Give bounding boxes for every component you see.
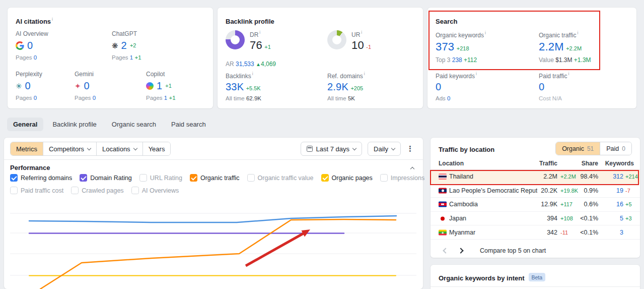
location-table-header: Location Traffic Share Keywords — [431, 160, 640, 169]
col-traffic[interactable]: Traffic — [539, 160, 557, 167]
collapse-chevron-icon[interactable] — [410, 167, 414, 171]
organic-paid-toggle: Organic51 Paid0 — [555, 142, 632, 155]
metric-url-rating[interactable]: URL Rating — [139, 174, 182, 182]
metric-referring-domains[interactable]: Referring domains — [10, 174, 72, 182]
competitors-label: Competitors — [49, 145, 84, 153]
ai-item-value: 0 — [27, 40, 33, 51]
granularity-button[interactable]: Daily — [368, 142, 401, 156]
section-tabs: General Backlink profile Organic search … — [7, 118, 212, 131]
ai-citations-card: AI citationsi AI Overview 0 Pages 0 Chat… — [8, 8, 213, 108]
organic-traffic-value[interactable]: 2.2M — [539, 40, 564, 53]
date-range-button[interactable]: Last 7 days — [301, 142, 363, 156]
tab-paid-search[interactable]: Paid search — [165, 118, 212, 131]
up-triangle-icon: ▲ — [256, 62, 261, 67]
metric-crawled-pages[interactable]: Crawled pages — [71, 187, 123, 194]
pages-label: Pages — [112, 54, 128, 61]
metric-organic-traffic-value[interactable]: Organic traffic value — [247, 174, 314, 182]
cambodia-flag-icon — [439, 202, 447, 207]
ai-item-value: 1 — [157, 80, 162, 92]
pages-value[interactable]: 0 — [93, 95, 96, 101]
location-row-laos[interactable]: Lao People's Democratic Reput 20.2K +19.… — [431, 184, 640, 198]
ai-item-delta: +1 — [165, 83, 172, 89]
metric-impressions[interactable]: Impressions — [380, 174, 424, 182]
metric-domain-rating[interactable]: Domain Rating — [80, 174, 132, 182]
pages-value[interactable]: 0 — [34, 95, 37, 101]
locations-segment[interactable]: Locations — [96, 142, 142, 155]
prev-page-icon[interactable] — [443, 248, 448, 253]
pages-label: Pages — [75, 95, 91, 101]
keywords-by-intent-card: Organic keywords by intentBeta — [431, 265, 640, 289]
alltime-value: 5K — [348, 95, 355, 101]
tab-organic-search[interactable]: Organic search — [106, 118, 162, 131]
annotation-arrow — [246, 233, 304, 266]
ai-citations-title: AI citations — [16, 18, 51, 25]
alltime-label: All time — [226, 95, 245, 101]
top3-delta: +112 — [464, 56, 477, 64]
chevron-down-icon — [391, 146, 395, 150]
organic-keywords-label: Organic keywords — [436, 32, 484, 39]
ai-item-label: Gemini — [75, 71, 135, 78]
competitors-segment[interactable]: Competitors — [43, 142, 96, 155]
checkbox-icon — [10, 174, 18, 182]
paid-count: 0 — [622, 145, 625, 152]
gemini-icon: ✦ — [75, 82, 81, 90]
toggle-paid[interactable]: Paid0 — [600, 142, 631, 155]
chevron-down-icon — [133, 146, 137, 150]
ref-domains-label: Ref. domains — [327, 73, 363, 80]
laos-flag-icon — [439, 188, 447, 193]
checkbox-icon — [80, 174, 87, 182]
col-keywords[interactable]: Keywords — [605, 160, 634, 167]
organic-keywords-value[interactable]: 373 — [436, 40, 454, 53]
calendar-icon — [307, 146, 313, 152]
performance-line-chart[interactable] — [8, 202, 419, 289]
metrics-segment[interactable]: Metrics — [11, 142, 43, 155]
perplexity-icon: ✳ — [16, 82, 22, 90]
japan-flag-icon — [439, 216, 447, 221]
traffic-by-location-card: Traffic by location Organic51 Paid0 Loca… — [431, 138, 640, 258]
myanmar-flag-icon — [439, 229, 447, 235]
metric-paid-traffic-cost[interactable]: Paid traffic cost — [10, 187, 63, 194]
location-row-thailand[interactable]: Thailand 2.2M +2.2M 98.4% 312 +214 — [431, 170, 640, 184]
more-options-icon[interactable]: ⋮ — [406, 144, 414, 153]
dr-delta: +1 — [264, 44, 271, 50]
pages-value[interactable]: 0 — [34, 54, 37, 61]
alltime-value: 62.9K — [246, 95, 261, 101]
ai-item-value: 2 — [121, 40, 127, 51]
location-row-myanmar[interactable]: Myanmar 342 -11 <0.1% 3 — [431, 225, 640, 240]
location-row-cambodia[interactable]: Cambodia 12.9K +117 0.6% 16 +5 — [431, 198, 640, 212]
col-location[interactable]: Location — [439, 160, 464, 167]
ref-domains-value[interactable]: 2.9K — [327, 81, 348, 92]
ai-item-label: ChatGPT — [112, 30, 172, 37]
backlinks-value[interactable]: 33K — [226, 81, 244, 92]
value-delta: +1.3M — [574, 56, 591, 64]
ar-value[interactable]: 31,533 — [236, 61, 254, 68]
paid-keywords-value[interactable]: 0 — [436, 81, 441, 92]
years-segment[interactable]: Years — [142, 142, 171, 155]
copilot-icon — [146, 82, 154, 90]
pages-value[interactable]: 1 — [130, 54, 133, 61]
metric-ai-overviews[interactable]: AI Overviews — [131, 187, 179, 194]
toggle-organic[interactable]: Organic51 — [556, 142, 600, 155]
compare-top5-link[interactable]: Compare top 5 on chart — [480, 247, 546, 254]
tab-general[interactable]: General — [7, 118, 43, 131]
keywords-by-intent-title: Organic keywords by intent — [439, 274, 525, 282]
col-share[interactable]: Share — [582, 160, 598, 167]
search-card: Search Organic keywordsi 373 +218 Top 3 … — [427, 8, 636, 108]
top3-value[interactable]: 238 — [452, 56, 462, 64]
paid-traffic-value[interactable]: 0 — [539, 81, 544, 92]
metric-organic-traffic[interactable]: Organic traffic — [190, 174, 240, 182]
ai-item-value: 0 — [25, 80, 31, 92]
cost-label: Cost — [539, 95, 551, 101]
paid-traffic-label: Paid traffic — [539, 73, 567, 80]
tab-backlink-profile[interactable]: Backlink profile — [46, 118, 102, 131]
performance-card: Metrics Competitors Locations Years Last… — [4, 138, 423, 289]
next-page-icon[interactable] — [458, 248, 463, 253]
ads-value[interactable]: 0 — [447, 95, 450, 101]
pages-value[interactable]: 1 — [164, 95, 167, 101]
ads-label: Ads — [436, 95, 446, 101]
ar-label: AR — [226, 61, 234, 68]
location-row-japan[interactable]: Japan 394 +108 <0.1% 5 +3 — [431, 212, 640, 226]
location-table-footer: Compare top 5 on chart — [431, 243, 640, 258]
dr-donut-chart — [226, 30, 245, 49]
metric-organic-pages[interactable]: Organic pages — [321, 174, 373, 182]
